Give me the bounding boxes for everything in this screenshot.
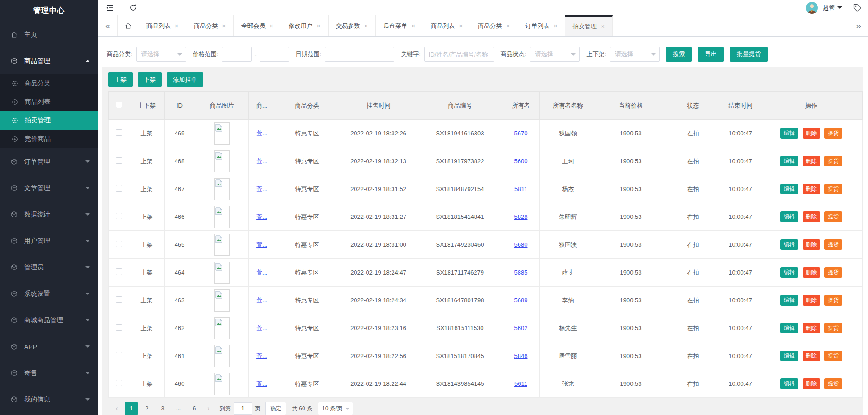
- owner-id-link[interactable]: 5602: [514, 325, 528, 332]
- owner-id-link[interactable]: 5600: [514, 158, 528, 165]
- tab[interactable]: 商品列表: [423, 15, 470, 36]
- close-icon[interactable]: [317, 22, 321, 30]
- close-icon[interactable]: [601, 23, 605, 30]
- user-menu[interactable]: 超管: [823, 4, 842, 12]
- shelf-select[interactable]: 请选择: [610, 47, 660, 62]
- owner-id-link[interactable]: 5680: [514, 241, 528, 248]
- row-checkbox[interactable]: [116, 268, 122, 275]
- close-icon[interactable]: [175, 22, 178, 30]
- sidebar-group[interactable]: 我的信息: [0, 386, 98, 413]
- row-checkbox[interactable]: [116, 129, 122, 136]
- delete-button[interactable]: 删除: [803, 239, 820, 250]
- edit-button[interactable]: 编辑: [780, 267, 798, 278]
- owner-id-link[interactable]: 5828: [514, 213, 528, 220]
- row-checkbox[interactable]: [116, 352, 122, 358]
- sidebar-subitem[interactable]: 商品列表: [0, 93, 98, 111]
- sidebar-subitem[interactable]: 竞价商品: [0, 130, 98, 148]
- tab[interactable]: 商品分类: [186, 15, 234, 36]
- tab[interactable]: 交易参数: [329, 15, 376, 36]
- shelve-button[interactable]: 上架: [108, 72, 133, 87]
- status-select[interactable]: 请选择: [530, 47, 580, 62]
- delete-button[interactable]: 删除: [803, 351, 820, 361]
- export-button[interactable]: 导出: [698, 47, 724, 62]
- page-button[interactable]: 2: [140, 402, 153, 415]
- row-checkbox[interactable]: [116, 324, 122, 331]
- pickup-button[interactable]: 提货: [824, 211, 842, 222]
- unshelve-button[interactable]: 下架: [138, 72, 162, 87]
- pickup-button[interactable]: 提货: [824, 378, 842, 389]
- row-checkbox[interactable]: [116, 213, 122, 219]
- batch-pickup-button[interactable]: 批量提货: [730, 47, 768, 62]
- tabs-scroll-left-icon[interactable]: [98, 15, 118, 36]
- page-button[interactable]: 3: [156, 402, 169, 415]
- goto-page-input[interactable]: [234, 402, 252, 415]
- sidebar-group[interactable]: 订单管理: [0, 148, 98, 175]
- row-checkbox[interactable]: [116, 380, 122, 386]
- date-range-input[interactable]: [325, 47, 394, 62]
- delete-button[interactable]: 删除: [803, 156, 820, 166]
- sidebar-group[interactable]: 商城商品管理: [0, 307, 98, 333]
- product-name-link[interactable]: 萱...: [256, 325, 267, 332]
- tab[interactable]: 全部会员: [234, 15, 281, 36]
- close-icon[interactable]: [364, 22, 368, 30]
- sidebar-group-goods[interactable]: 商品管理: [0, 48, 98, 74]
- owner-id-link[interactable]: 5689: [514, 297, 528, 304]
- delete-button[interactable]: 删除: [803, 267, 820, 278]
- product-name-link[interactable]: 萱...: [256, 297, 267, 304]
- pickup-button[interactable]: 提货: [824, 295, 842, 306]
- sidebar-subitem[interactable]: 拍卖管理: [0, 111, 98, 130]
- add-listing-button[interactable]: 添加挂单: [167, 72, 203, 87]
- tab[interactable]: 商品列表: [139, 15, 186, 36]
- search-button[interactable]: 搜索: [666, 47, 692, 62]
- sidebar-subitem[interactable]: 商品分类: [0, 74, 98, 93]
- edit-button[interactable]: 编辑: [780, 351, 798, 361]
- edit-button[interactable]: 编辑: [780, 323, 798, 333]
- collapse-sidebar-icon[interactable]: [105, 3, 115, 13]
- edit-button[interactable]: 编辑: [780, 128, 798, 139]
- close-icon[interactable]: [222, 22, 226, 30]
- pickup-button[interactable]: 提货: [824, 184, 842, 194]
- price-min-input[interactable]: [222, 47, 252, 62]
- close-icon[interactable]: [269, 22, 273, 30]
- delete-button[interactable]: 删除: [803, 211, 820, 222]
- owner-id-link[interactable]: 5885: [514, 269, 528, 276]
- delete-button[interactable]: 删除: [803, 295, 820, 306]
- prev-page-icon[interactable]: [110, 402, 123, 415]
- confirm-page-button[interactable]: 确定: [265, 402, 286, 415]
- close-icon[interactable]: [412, 22, 415, 30]
- row-checkbox[interactable]: [116, 241, 122, 247]
- keyword-input[interactable]: [424, 47, 494, 62]
- owner-id-link[interactable]: 5811: [514, 185, 527, 192]
- tab-home[interactable]: [118, 15, 139, 36]
- owner-id-link[interactable]: 5846: [514, 352, 528, 359]
- pickup-button[interactable]: 提货: [824, 128, 842, 139]
- product-name-link[interactable]: 萱...: [256, 213, 267, 220]
- avatar[interactable]: [806, 2, 818, 14]
- edit-button[interactable]: 编辑: [780, 211, 798, 222]
- tab[interactable]: 后台菜单: [376, 15, 423, 36]
- tab[interactable]: 拍卖管理: [565, 15, 613, 36]
- tag-icon[interactable]: [853, 4, 862, 12]
- edit-button[interactable]: 编辑: [780, 295, 798, 306]
- delete-button[interactable]: 删除: [803, 184, 820, 194]
- edit-button[interactable]: 编辑: [780, 378, 798, 389]
- sidebar-item-home[interactable]: 主页: [0, 21, 98, 48]
- per-page-select[interactable]: 10 条/页: [318, 402, 353, 415]
- product-name-link[interactable]: 萱...: [256, 130, 267, 137]
- category-select[interactable]: 请选择: [136, 47, 186, 62]
- page-button[interactable]: ...: [172, 402, 185, 415]
- row-checkbox[interactable]: [116, 185, 122, 192]
- row-checkbox[interactable]: [116, 296, 122, 303]
- pickup-button[interactable]: 提货: [824, 323, 842, 333]
- sidebar-group[interactable]: 数据统计: [0, 201, 98, 228]
- edit-button[interactable]: 编辑: [780, 156, 798, 166]
- close-icon[interactable]: [459, 22, 463, 30]
- next-page-icon[interactable]: [202, 402, 215, 415]
- product-name-link[interactable]: 萱...: [256, 380, 267, 387]
- product-name-link[interactable]: 萱...: [256, 241, 267, 248]
- page-button[interactable]: 1: [125, 402, 138, 415]
- edit-button[interactable]: 编辑: [780, 184, 798, 194]
- sidebar-group[interactable]: 寄售: [0, 360, 98, 386]
- price-max-input[interactable]: [260, 47, 289, 62]
- row-checkbox[interactable]: [116, 157, 122, 164]
